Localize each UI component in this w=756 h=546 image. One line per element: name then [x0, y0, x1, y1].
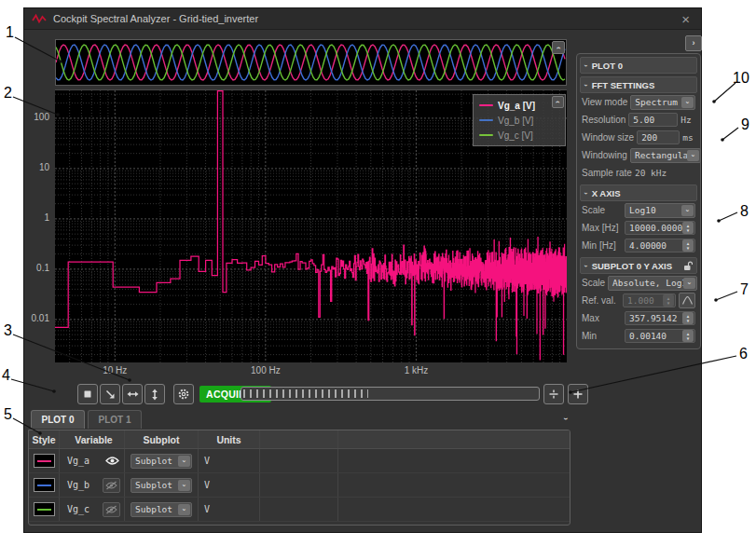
tab-plot1[interactable]: PLOT 1: [88, 410, 142, 429]
callout-number-2: 2: [4, 85, 12, 102]
subplot-dropdown[interactable]: Subplot 0›: [131, 454, 192, 469]
col-style: Style: [29, 430, 60, 448]
x-scale-dropdown[interactable]: Log10 ›: [625, 203, 695, 218]
spinner-buttons: ▴▾: [663, 294, 674, 307]
normalize-curve-button[interactable]: [679, 293, 695, 308]
section-x-axis[interactable]: › X AXIS: [580, 184, 697, 201]
window-title: Cockpit Spectral Analyzer - Grid-tied_in…: [53, 13, 258, 24]
legend-color-dash: [479, 119, 493, 121]
dropdown-button[interactable]: ›: [687, 150, 699, 161]
tab-plot0[interactable]: PLOT 0: [31, 410, 85, 429]
spectral-analyzer-window: Cockpit Spectral Analyzer - Grid-tied_in…: [23, 7, 702, 533]
chevron-down-icon: ›: [689, 154, 696, 157]
table-header-row: Style Variable Subplot Units: [29, 430, 570, 449]
spinner-buttons[interactable]: ▴▾: [682, 239, 694, 252]
spinner-buttons[interactable]: ▴▾: [682, 330, 694, 342]
y-tick-label: 0.01: [32, 313, 49, 323]
window-size-input[interactable]: 200: [637, 130, 680, 144]
collapse-legend-button[interactable]: ›: [552, 96, 564, 108]
chevron-down-icon: ›: [180, 459, 187, 462]
legend-item-vgc[interactable]: Vg_c [V]: [479, 128, 563, 143]
y-scale-dropdown[interactable]: Absolute, Log10 ›: [608, 276, 697, 291]
resolution-input[interactable]: 5.00: [628, 113, 678, 127]
spinner-buttons[interactable]: ▴▾: [682, 312, 694, 324]
unit-label: ms: [682, 132, 695, 143]
chevron-down-icon: ›: [180, 484, 187, 486]
chevron-down-icon: ›: [582, 192, 590, 195]
legend-label: Vg_a [V]: [498, 101, 535, 111]
unlock-icon[interactable]: [683, 261, 693, 271]
variables-table: Style Variable Subplot Units Vg_a Subplo…: [28, 430, 570, 526]
callout-number-3: 3: [4, 322, 12, 339]
window-size-row: Window size 200 ms: [580, 129, 697, 146]
y-tick-label: 100: [34, 112, 49, 122]
dropdown-button[interactable]: ›: [178, 504, 190, 515]
section-plot0[interactable]: › PLOT 0: [580, 57, 697, 74]
callout-number-9: 9: [741, 116, 749, 133]
collapse-preview-button[interactable]: ›: [552, 41, 565, 54]
stop-icon: [82, 389, 93, 400]
legend-item-vga[interactable]: Vg_a [V]: [479, 98, 563, 113]
col-units: Units: [199, 430, 260, 448]
diagonal-arrow-icon: [104, 389, 116, 400]
y-min-row: Min 0.00140 ▴▾: [580, 327, 697, 345]
y-tick-label: 0.1: [36, 263, 49, 273]
subplot-dropdown[interactable]: Subplot 0›: [131, 502, 192, 517]
plot-legend[interactable]: Vg_a [V] Vg_b [V] Vg_c [V] ›: [473, 94, 566, 146]
waveform-preview[interactable]: ›: [55, 39, 567, 86]
style-swatch[interactable]: [34, 454, 55, 468]
callout-number-1: 1: [6, 24, 14, 41]
legend-item-vgb[interactable]: Vg_b [V]: [479, 113, 563, 128]
stop-button[interactable]: [77, 384, 98, 404]
style-swatch[interactable]: [34, 478, 55, 492]
settings-panel: › PLOT 0 › FFT SETTINGS View mode Spectr…: [576, 53, 701, 349]
split-plus-icon: [548, 389, 559, 400]
x-max-input[interactable]: 10000.00000 ▴▾: [625, 221, 695, 235]
units-value: V: [204, 504, 210, 514]
view-mode-row: View mode Spectrum ›: [580, 93, 697, 111]
add-plot-button[interactable]: [568, 384, 588, 404]
dropdown-button[interactable]: ›: [178, 480, 190, 491]
expand-panel-button[interactable]: ›: [685, 35, 702, 51]
variable-name: Vg_c: [67, 504, 103, 514]
series-color-line: [37, 460, 51, 462]
y-max-input[interactable]: 357.95142 ▴▾: [625, 311, 695, 325]
section-fft-settings[interactable]: › FFT SETTINGS: [580, 76, 697, 93]
dropdown-button[interactable]: ›: [178, 456, 190, 467]
chevron-down-icon[interactable]: ›: [561, 417, 570, 420]
x-min-input[interactable]: 4.00000 ▴▾: [625, 239, 695, 253]
settings-button[interactable]: [173, 384, 194, 404]
windowing-dropdown[interactable]: Rectangular ›: [630, 148, 701, 163]
visibility-toggle[interactable]: [103, 478, 120, 493]
vertical-arrows-icon: [149, 389, 160, 401]
subplot-dropdown[interactable]: Subplot 0›: [131, 478, 192, 493]
visibility-toggle[interactable]: [104, 455, 120, 468]
view-mode-dropdown[interactable]: Spectrum ›: [630, 95, 695, 110]
fit-horizontal-button[interactable]: [122, 384, 143, 404]
x-scale-row: Scale Log10 ›: [580, 201, 697, 219]
dropdown-button[interactable]: ›: [681, 97, 694, 108]
bell-curve-icon: [682, 296, 693, 305]
pointer-mode-button[interactable]: [100, 384, 120, 404]
style-swatch[interactable]: [34, 502, 55, 516]
spectrum-plot[interactable]: Vg_a [V] Vg_b [V] Vg_c [V] ›: [55, 89, 567, 362]
callout-number-10: 10: [733, 70, 749, 87]
series-color-line: [37, 509, 51, 511]
spinner-buttons[interactable]: ▴▾: [682, 222, 694, 234]
visibility-toggle[interactable]: [103, 502, 120, 517]
add-subplot-button[interactable]: [543, 384, 564, 404]
section-subplot0-y-axis[interactable]: › SUBPLOT 0 Y AXIS: [580, 257, 697, 274]
callout-number-7: 7: [740, 281, 749, 298]
close-button[interactable]: ×: [678, 12, 694, 26]
fit-vertical-button[interactable]: [144, 384, 165, 404]
units-value: V: [204, 456, 210, 466]
y-min-input[interactable]: 0.00140 ▴▾: [625, 329, 695, 343]
title-bar[interactable]: Cockpit Spectral Analyzer - Grid-tied_in…: [24, 8, 701, 30]
dropdown-button[interactable]: ›: [681, 205, 694, 216]
units-value: V: [204, 480, 210, 490]
y-tick-label: 10: [39, 162, 49, 172]
dropdown-button[interactable]: ›: [683, 278, 695, 289]
table-row: Vg_c Subplot 0› V: [29, 498, 570, 522]
chevron-down-icon: ›: [686, 281, 694, 284]
callout-number-6: 6: [739, 346, 748, 362]
